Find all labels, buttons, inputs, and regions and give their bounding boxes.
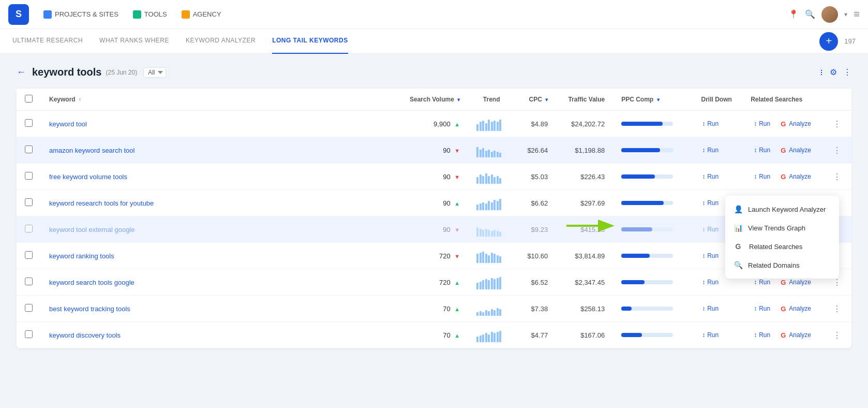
keyword-link[interactable]: keyword research tools for youtube (49, 199, 154, 207)
chevron-down-icon[interactable]: ▾ (844, 11, 847, 18)
dropdown-related-domains[interactable]: 🔍 Related Domains (725, 256, 839, 274)
analyze-button[interactable]: G Analyze (777, 303, 814, 314)
more-options-cell: ⋮ (822, 137, 851, 164)
tab-ultimate-research[interactable]: ULTIMATE RESEARCH (12, 29, 83, 54)
trend-bar (499, 232, 501, 237)
dropdown-view-trends[interactable]: 📊 View Trends Graph (725, 218, 839, 237)
dropdown-related-searches[interactable]: G Related Searches (725, 237, 839, 256)
drill-down-run-button[interactable]: ↕ Run (699, 171, 734, 182)
ppc-bar-background (621, 280, 673, 284)
back-button[interactable]: ← (17, 67, 26, 78)
ppc-comp-cell (613, 216, 691, 243)
trend-bar (476, 312, 478, 316)
traffic-value-cell: $297.69 (556, 190, 613, 216)
row-more-button[interactable]: ⋮ (831, 171, 843, 182)
ppc-comp-cell (613, 322, 691, 348)
keyword-link[interactable]: keyword discovery tools (49, 331, 121, 339)
page-title: keyword tools (32, 66, 101, 78)
ppc-sort-icon[interactable]: ▾ (657, 97, 660, 103)
row-checkbox[interactable] (25, 330, 33, 338)
more-options-cell: ⋮ (822, 322, 851, 348)
trend-cell (468, 137, 515, 164)
run-button[interactable]: ↕ Run (751, 145, 773, 155)
drill-down-run-button[interactable]: ↕ Run (699, 330, 734, 340)
drill-down-run-button[interactable]: ↕ Run (699, 303, 734, 314)
row-more-button[interactable]: ⋮ (831, 330, 843, 341)
filter-select[interactable]: All (143, 67, 166, 78)
row-more-button[interactable]: ⋮ (831, 145, 843, 156)
trend-cell (468, 322, 515, 348)
select-all-checkbox[interactable] (25, 95, 33, 103)
sv-sort-icon[interactable]: ▾ (457, 97, 460, 103)
cpc-sort-icon[interactable]: ▾ (545, 97, 548, 103)
keyword-link[interactable]: keyword tool (49, 120, 87, 128)
row-checkbox[interactable] (25, 119, 33, 127)
keyword-sort-icon[interactable]: ↑ (79, 97, 81, 103)
drill-down-run-button[interactable]: ↕ Run (699, 277, 734, 287)
row-checkbox[interactable] (25, 304, 33, 312)
run-button[interactable]: ↕ Run (751, 119, 773, 129)
avatar[interactable] (821, 6, 838, 23)
row-checkbox[interactable] (25, 278, 33, 285)
tab-what-ranks-where[interactable]: WHAT RANKS WHERE (99, 29, 169, 54)
dropdown-launch-analyzer[interactable]: 👤 Launch Keyword Analyzer (725, 200, 839, 218)
run-button[interactable]: ↕ Run (751, 303, 773, 314)
tab-keyword-analyzer[interactable]: KEYWORD ANALYZER (186, 29, 256, 54)
run-button[interactable]: ↕ Run (751, 277, 773, 287)
keyword-link[interactable]: keyword ranking tools (49, 252, 114, 260)
run-button[interactable]: ↕ Run (751, 171, 773, 182)
keyword-link[interactable]: amazon keyword search tool (49, 147, 134, 154)
traffic-value-cell: $415.25 (556, 216, 613, 243)
row-checkbox[interactable] (25, 172, 33, 180)
trend-bar (482, 121, 484, 131)
more-options-icon[interactable]: ⋮ (843, 67, 851, 77)
keyword-link[interactable]: keyword search tools google (49, 279, 134, 286)
row-more-button[interactable]: ⋮ (831, 119, 843, 129)
trend-up-icon: ▲ (454, 200, 460, 207)
row-checkbox[interactable] (25, 145, 33, 153)
analyze-button[interactable]: G Analyze (777, 330, 814, 341)
analyze-button[interactable]: G Analyze (777, 119, 814, 129)
logo-button[interactable]: S (8, 4, 29, 25)
run-button[interactable]: ↕ Run (751, 330, 773, 340)
trend-bar (493, 333, 496, 342)
drill-down-cell: ↕ Run (691, 137, 742, 164)
add-button[interactable]: + (819, 32, 838, 51)
keyword-link[interactable]: keyword tool external google (49, 226, 135, 234)
row-checkbox[interactable] (25, 198, 33, 206)
trend-bar (488, 201, 490, 210)
nav-agency[interactable]: AGENCY (175, 7, 228, 22)
dropdown-domains-label: Related Domains (748, 261, 800, 269)
row-checkbox[interactable] (25, 251, 33, 259)
settings-icon[interactable]: ⚙ (830, 67, 837, 77)
drill-down-run-button[interactable]: ↕ Run (699, 119, 734, 129)
nav-projects[interactable]: PROJECTS & SITES (37, 7, 125, 22)
trend-down-icon: ▼ (454, 253, 460, 259)
run-icon: ↕ (754, 147, 757, 154)
drill-down-run-button[interactable]: ↕ Run (699, 145, 734, 155)
ppc-bar-background (621, 201, 673, 205)
keyword-link[interactable]: best keyword tracking tools (49, 305, 130, 313)
columns-icon[interactable]: ⫶ (819, 68, 824, 77)
traffic-value-cell: $167.06 (556, 322, 613, 348)
trend-bar (491, 202, 493, 210)
row-checkbox[interactable] (25, 225, 33, 232)
action-group: ↕ Run G Analyze (751, 171, 814, 182)
hamburger-icon[interactable]: ≡ (854, 8, 860, 20)
related-searches-cell: ↕ Run G Analyze (742, 137, 822, 164)
row-more-button[interactable]: ⋮ (831, 303, 843, 314)
tab-long-tail-keywords[interactable]: LONG TAIL KEYWORDS (272, 29, 348, 54)
trend-bar (480, 311, 482, 316)
trend-bars (476, 249, 506, 263)
nav-tools[interactable]: TOOLS (127, 7, 173, 22)
ppc-bar-fill (621, 122, 663, 126)
trend-bar (493, 200, 496, 210)
google-analyze-icon: G (781, 279, 786, 286)
analyze-button[interactable]: G Analyze (777, 171, 814, 182)
keyword-cell: best keyword tracking tools (41, 296, 396, 322)
location-icon[interactable]: 📍 (788, 9, 799, 19)
trend-bar (493, 254, 496, 263)
search-icon[interactable]: 🔍 (805, 9, 815, 19)
keyword-link[interactable]: free keyword volume tools (49, 173, 127, 181)
analyze-button[interactable]: G Analyze (777, 145, 814, 156)
